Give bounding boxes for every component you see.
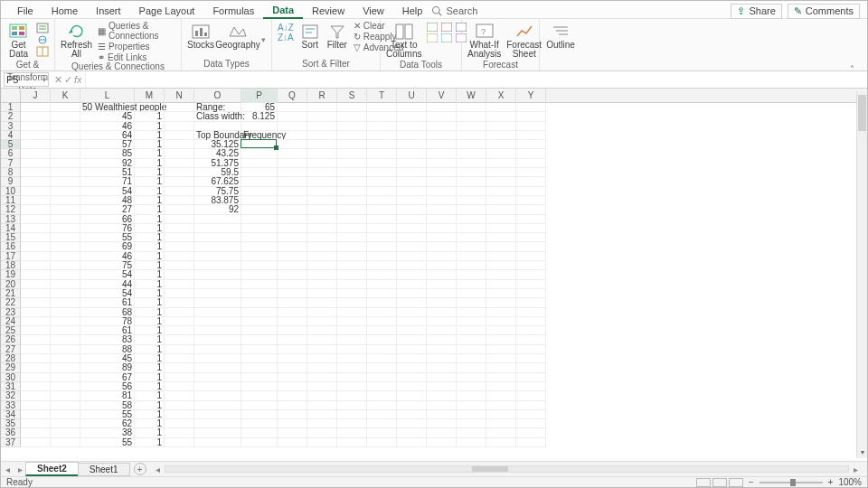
cell-K9[interactable] <box>51 177 80 186</box>
cell-Y6[interactable] <box>516 149 546 158</box>
cell-U22[interactable] <box>397 298 427 307</box>
cell-J14[interactable] <box>21 224 51 233</box>
cell-O24[interactable] <box>194 317 241 326</box>
cell-O31[interactable] <box>194 382 241 391</box>
cell-R19[interactable] <box>307 270 337 279</box>
cell-U7[interactable] <box>397 159 427 168</box>
cell-Q32[interactable] <box>278 391 307 400</box>
queries-connections-item[interactable]: ▦Queries & Connections <box>98 21 175 41</box>
cell-T34[interactable] <box>367 410 397 419</box>
column-header-K[interactable]: K <box>51 89 80 103</box>
from-table-icon[interactable] <box>36 46 49 57</box>
cell-U21[interactable] <box>397 289 427 298</box>
cell-S31[interactable] <box>337 382 367 391</box>
cell-U8[interactable] <box>397 168 427 177</box>
cell-X20[interactable] <box>486 280 516 289</box>
cell-N37[interactable] <box>165 438 194 447</box>
cell-N19[interactable] <box>165 270 194 279</box>
cell-V8[interactable] <box>427 168 457 177</box>
cell-R25[interactable] <box>307 326 337 335</box>
cell-O34[interactable] <box>194 410 241 419</box>
cell-L22[interactable]: 61 <box>80 298 135 307</box>
cell-X22[interactable] <box>486 298 516 307</box>
cell-K20[interactable] <box>51 280 80 289</box>
cell-W26[interactable] <box>457 335 486 344</box>
consolidate-icon[interactable] <box>427 33 439 42</box>
column-header-P[interactable]: P <box>241 89 278 103</box>
cell-X35[interactable] <box>486 419 516 428</box>
cell-V10[interactable] <box>427 187 457 196</box>
cell-U33[interactable] <box>397 401 427 410</box>
cell-W5[interactable] <box>457 140 486 149</box>
cell-O2[interactable]: Class width: <box>194 112 241 121</box>
cell-V6[interactable] <box>427 149 457 158</box>
cell-Q20[interactable] <box>278 280 307 289</box>
cell-U25[interactable] <box>397 326 427 335</box>
cell-R24[interactable] <box>307 317 337 326</box>
cell-X19[interactable] <box>486 270 516 279</box>
tab-review[interactable]: Review <box>303 4 354 18</box>
zoom-out-button[interactable]: − <box>749 477 754 487</box>
cell-W1[interactable] <box>457 103 486 112</box>
cell-X34[interactable] <box>486 410 516 419</box>
hscroll-right[interactable]: ▸ <box>849 465 862 474</box>
cell-N28[interactable] <box>165 354 194 363</box>
cell-V3[interactable] <box>427 122 457 131</box>
cell-S27[interactable] <box>337 345 367 354</box>
cell-P30[interactable] <box>241 373 278 382</box>
cell-P4[interactable]: Frequency <box>241 131 278 140</box>
cell-W13[interactable] <box>457 215 486 224</box>
cell-J9[interactable] <box>21 177 51 186</box>
cell-U36[interactable] <box>397 428 427 437</box>
cell-Y14[interactable] <box>516 224 546 233</box>
cell-Q9[interactable] <box>278 177 307 186</box>
cell-Y13[interactable] <box>516 215 546 224</box>
cell-X16[interactable] <box>486 242 516 251</box>
cell-R17[interactable] <box>307 252 337 261</box>
cell-W6[interactable] <box>457 149 486 158</box>
cell-T17[interactable] <box>367 252 397 261</box>
cell-P19[interactable] <box>241 270 278 279</box>
cell-P10[interactable] <box>241 187 278 196</box>
cell-N23[interactable] <box>165 308 194 317</box>
cell-Q5[interactable] <box>278 140 307 149</box>
cell-W24[interactable] <box>457 317 486 326</box>
collapse-ribbon-button[interactable]: ˄ <box>850 64 854 74</box>
cell-S17[interactable] <box>337 252 367 261</box>
cell-S33[interactable] <box>337 401 367 410</box>
cell-R34[interactable] <box>307 410 337 419</box>
cell-T14[interactable] <box>367 224 397 233</box>
cell-Y36[interactable] <box>516 428 546 437</box>
cell-P23[interactable] <box>241 308 278 317</box>
cancel-formula-icon[interactable]: ✕ <box>54 74 62 86</box>
cell-O21[interactable] <box>194 289 241 298</box>
cell-R3[interactable] <box>307 122 337 131</box>
scroll-down-arrow[interactable]: ▾ <box>857 447 867 458</box>
cell-N22[interactable] <box>165 298 194 307</box>
cell-V36[interactable] <box>427 428 457 437</box>
cell-K29[interactable] <box>51 363 80 372</box>
cell-K26[interactable] <box>51 335 80 344</box>
row-header-22[interactable]: 22 <box>1 298 21 307</box>
cell-P18[interactable] <box>241 261 278 270</box>
cell-V21[interactable] <box>427 289 457 298</box>
cell-T12[interactable] <box>367 205 397 214</box>
cell-N30[interactable] <box>165 373 194 382</box>
cell-O37[interactable] <box>194 438 241 447</box>
cell-O20[interactable] <box>194 280 241 289</box>
cell-O12[interactable]: 92 <box>194 205 241 214</box>
cell-T31[interactable] <box>367 382 397 391</box>
cell-O29[interactable] <box>194 363 241 372</box>
cell-J18[interactable] <box>21 261 51 270</box>
cell-U20[interactable] <box>397 280 427 289</box>
cell-T4[interactable] <box>367 131 397 140</box>
cell-W14[interactable] <box>457 224 486 233</box>
cell-Q36[interactable] <box>278 428 307 437</box>
cell-P37[interactable] <box>241 438 278 447</box>
cell-T13[interactable] <box>367 215 397 224</box>
cell-Q19[interactable] <box>278 270 307 279</box>
cell-V35[interactable] <box>427 419 457 428</box>
cell-Q7[interactable] <box>278 159 307 168</box>
cell-J29[interactable] <box>21 363 51 372</box>
cell-N26[interactable] <box>165 335 194 344</box>
